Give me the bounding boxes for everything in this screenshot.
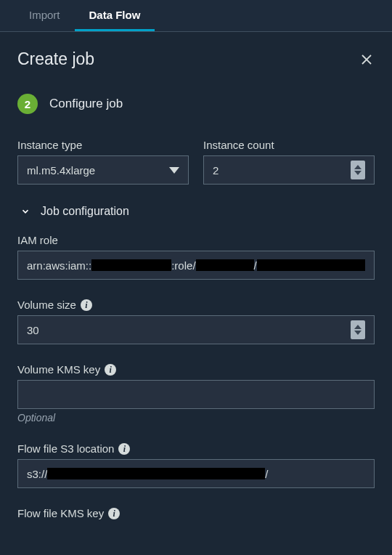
flow-s3-input[interactable]: s3:// / bbox=[17, 459, 375, 488]
volume-size-label-text: Volume size bbox=[17, 299, 76, 311]
flow-s3-prefix: s3:// bbox=[27, 468, 47, 480]
iam-role-suffix-redacted bbox=[257, 259, 365, 271]
iam-role-mid: :role/ bbox=[171, 259, 195, 272]
flow-s3-bucket-redacted bbox=[47, 468, 265, 479]
flow-s3-label-text: Flow file S3 location bbox=[17, 442, 114, 455]
step-title: Configure job bbox=[49, 97, 123, 111]
iam-role-name-redacted bbox=[196, 259, 254, 271]
iam-role-account-redacted bbox=[91, 259, 171, 271]
volume-size-stepper[interactable]: 30 bbox=[17, 315, 375, 344]
instance-count-label: Instance count bbox=[203, 139, 375, 151]
volume-size-label: Volume size i bbox=[17, 299, 375, 311]
stepper-icon[interactable] bbox=[351, 161, 365, 179]
tab-data-flow[interactable]: Data Flow bbox=[75, 0, 155, 31]
info-icon[interactable]: i bbox=[108, 508, 120, 519]
tab-import[interactable]: Import bbox=[15, 0, 75, 31]
tab-import-label: Import bbox=[29, 9, 60, 21]
page-title: Create job bbox=[17, 49, 94, 69]
step-number-badge: 2 bbox=[17, 94, 38, 114]
volume-kms-input[interactable] bbox=[17, 380, 375, 409]
iam-role-input[interactable]: arn:aws:iam:: :role/ / bbox=[17, 251, 375, 280]
volume-kms-field[interactable] bbox=[27, 381, 365, 408]
flow-s3-sep: / bbox=[265, 468, 268, 480]
instance-type-label: Instance type bbox=[17, 139, 189, 151]
create-job-panel: Create job 2 Configure job Instance type… bbox=[0, 32, 392, 541]
volume-kms-label-text: Volume KMS key bbox=[17, 363, 100, 376]
tab-bar: Import Data Flow bbox=[0, 0, 392, 32]
chevron-down-icon bbox=[169, 167, 179, 174]
volume-size-value: 30 bbox=[27, 324, 39, 336]
instance-count-stepper[interactable]: 2 bbox=[203, 155, 375, 185]
iam-role-prefix: arn:aws:iam:: bbox=[27, 259, 91, 272]
job-configuration-toggle[interactable]: Job configuration bbox=[20, 205, 375, 218]
tab-data-flow-label: Data Flow bbox=[89, 9, 141, 21]
close-button[interactable] bbox=[359, 52, 375, 68]
stepper-icon[interactable] bbox=[351, 320, 365, 339]
flow-s3-label: Flow file S3 location i bbox=[17, 442, 375, 455]
info-icon[interactable]: i bbox=[105, 364, 116, 376]
close-icon bbox=[360, 53, 373, 66]
chevron-down-icon bbox=[20, 206, 30, 216]
step-header: 2 Configure job bbox=[17, 94, 375, 114]
info-icon[interactable]: i bbox=[118, 443, 130, 455]
flow-kms-label: Flow file KMS key i bbox=[17, 507, 375, 519]
volume-kms-label: Volume KMS key i bbox=[17, 363, 375, 376]
instance-type-select[interactable]: ml.m5.4xlarge bbox=[17, 155, 189, 185]
info-icon[interactable]: i bbox=[81, 299, 92, 311]
iam-role-label: IAM role bbox=[17, 234, 375, 246]
volume-kms-helper: Optional bbox=[17, 412, 375, 424]
instance-count-value: 2 bbox=[213, 164, 219, 177]
instance-type-value: ml.m5.4xlarge bbox=[27, 164, 95, 177]
flow-kms-label-text: Flow file KMS key bbox=[17, 507, 104, 519]
job-configuration-label: Job configuration bbox=[41, 205, 129, 218]
